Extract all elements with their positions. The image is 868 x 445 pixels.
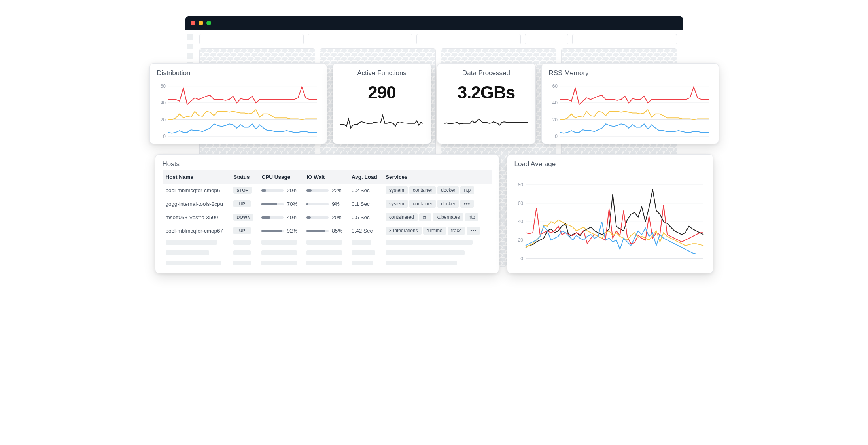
service-tag[interactable]: container — [409, 200, 436, 208]
service-tag[interactable]: cri — [419, 213, 431, 221]
service-tag[interactable]: runtime — [423, 227, 446, 235]
status-badge: UP — [233, 227, 251, 234]
service-tag[interactable]: docker — [437, 200, 459, 208]
svg-marker-3515 — [662, 49, 671, 57]
svg-marker-3494 — [652, 49, 662, 53]
svg-marker-3495 — [659, 49, 668, 53]
svg-marker-1200 — [320, 53, 325, 61]
svg-marker-2352 — [522, 49, 531, 57]
svg-marker-1206 — [357, 53, 366, 61]
svg-marker-48 — [250, 53, 259, 61]
service-tag[interactable]: ntp — [465, 213, 479, 221]
svg-marker-1167 — [363, 49, 373, 53]
svg-marker-2324 — [463, 49, 473, 53]
distribution-card: Distribution 0204060 — [149, 63, 327, 144]
hosts-col-header: Status — [230, 170, 258, 184]
table-row[interactable]: pool-mblmcqfer-cmop6STOP20%22%0.2 Secsys… — [163, 184, 492, 197]
svg-marker-2349 — [501, 49, 510, 57]
active-functions-title: Active Functions — [339, 69, 425, 77]
svg-marker-2348 — [494, 49, 503, 57]
svg-marker-2335 — [539, 49, 548, 53]
window-titlebar — [185, 16, 683, 30]
status-badge: STOP — [233, 187, 252, 194]
window-close-icon[interactable] — [191, 21, 195, 25]
hosts-col-header: Services — [382, 170, 492, 184]
svg-marker-1 — [202, 49, 211, 53]
svg-text:40: 40 — [552, 100, 558, 106]
svg-marker-3491 — [632, 49, 641, 53]
service-tag[interactable]: system — [386, 186, 408, 194]
svg-marker-1170 — [384, 49, 393, 53]
svg-marker-2341 — [446, 49, 456, 57]
service-tag[interactable]: trace — [448, 227, 465, 235]
svg-text:60: 60 — [160, 83, 166, 89]
svg-marker-17 — [311, 49, 315, 53]
svg-marker-1192 — [401, 49, 410, 57]
svg-marker-1186 — [360, 49, 369, 57]
svg-marker-29 — [260, 49, 269, 57]
svg-marker-2354 — [535, 49, 544, 57]
svg-marker-3513 — [649, 49, 658, 57]
svg-marker-1188 — [374, 49, 383, 57]
svg-marker-2363 — [457, 53, 466, 61]
cpu-usage: 70% — [258, 197, 303, 210]
svg-marker-4 — [222, 49, 231, 53]
svg-marker-3536 — [666, 53, 675, 61]
svg-marker-3521 — [564, 53, 573, 61]
more-services-icon[interactable]: ••• — [460, 200, 474, 208]
svg-marker-47 — [243, 53, 252, 61]
svg-marker-35 — [301, 49, 310, 57]
svg-marker-53 — [284, 53, 293, 61]
svg-marker-3520 — [562, 53, 566, 61]
table-row[interactable]: msoft053-Vostro-3500DOWN40%20%0.5 Seccon… — [163, 210, 492, 224]
svg-marker-2373 — [525, 53, 534, 61]
table-row[interactable]: pool-mblmcqfer-cmop67UP92%85%0.42 Sec3 I… — [163, 224, 492, 237]
window-minimize-icon[interactable] — [199, 21, 203, 25]
svg-marker-3533 — [645, 53, 654, 61]
service-tag[interactable]: docker — [437, 186, 459, 194]
table-row-skeleton — [163, 258, 492, 268]
status-badge: DOWN — [233, 214, 253, 221]
table-row[interactable]: gogg-internal-tools-2cpuUP70%9%0.1 Secsy… — [163, 197, 492, 210]
services-cell: 3 Integrationsruntimetrace••• — [382, 224, 492, 237]
svg-marker-1182 — [333, 49, 342, 57]
service-tag[interactable]: containered — [386, 213, 418, 221]
service-tag[interactable]: system — [386, 200, 408, 208]
svg-marker-12 — [277, 49, 286, 53]
services-cell: systemcontainerdocker••• — [382, 197, 492, 210]
service-tag[interactable]: container — [409, 186, 436, 194]
svg-marker-32 — [280, 49, 289, 57]
svg-marker-1213 — [404, 53, 413, 61]
svg-marker-2365 — [470, 53, 479, 61]
svg-marker-2342 — [453, 49, 462, 57]
service-tag[interactable]: kubernates — [433, 213, 463, 221]
svg-marker-37 — [314, 49, 315, 57]
table-row-skeleton — [163, 248, 492, 258]
svg-text:80: 80 — [518, 182, 523, 187]
host-name: pool-mblmcqfer-cmop67 — [163, 224, 231, 237]
rss-memory-title: RSS Memory — [549, 69, 711, 77]
svg-marker-3534 — [652, 53, 662, 61]
svg-marker-2332 — [518, 49, 527, 53]
svg-marker-43 — [216, 53, 225, 61]
svg-marker-2355 — [542, 49, 551, 57]
svg-marker-1214 — [411, 53, 420, 61]
service-tag[interactable]: 3 Integrations — [386, 227, 422, 235]
svg-marker-2364 — [463, 53, 473, 61]
svg-marker-3505 — [594, 49, 603, 57]
service-tag[interactable]: ntp — [460, 186, 474, 194]
cpu-usage: 40% — [258, 210, 303, 224]
svg-marker-1196 — [428, 49, 436, 57]
svg-marker-2347 — [487, 49, 496, 57]
svg-text:20: 20 — [160, 117, 166, 123]
svg-marker-1183 — [339, 49, 348, 57]
svg-marker-33 — [287, 49, 296, 57]
window-maximize-icon[interactable] — [206, 21, 211, 25]
more-services-icon[interactable]: ••• — [467, 227, 480, 235]
avg-load: 0.42 Sec — [348, 224, 382, 237]
svg-marker-41 — [202, 53, 211, 61]
hosts-col-header: Avg. Load — [348, 170, 382, 184]
svg-marker-1164 — [343, 49, 352, 53]
svg-marker-51 — [270, 53, 279, 61]
cpu-usage: 92% — [258, 224, 303, 237]
